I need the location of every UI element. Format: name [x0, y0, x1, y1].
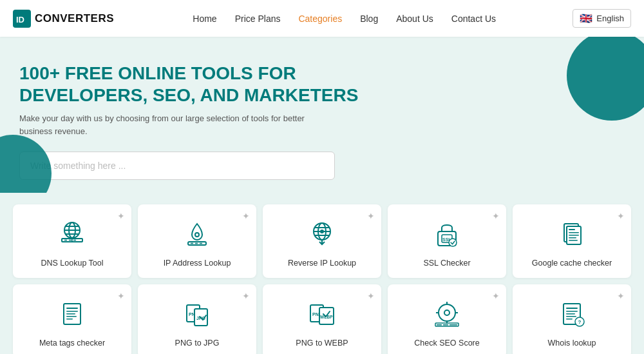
reverse-ip-icon	[304, 216, 340, 252]
svg-rect-66	[566, 311, 578, 312]
svg-rect-67	[566, 313, 575, 315]
svg-rect-43	[66, 313, 75, 315]
svg-point-54	[439, 304, 455, 321]
svg-rect-42	[66, 311, 78, 312]
seo-icon	[429, 296, 465, 332]
svg-rect-62	[443, 324, 448, 326]
tool-reverse-ip[interactable]: ✦ Reverse IP Lookup	[263, 204, 381, 278]
search-input[interactable]	[19, 152, 335, 180]
hero-title: 100+ FREE ONLINE TOOLS FOR DEVELOPERS, S…	[19, 63, 380, 106]
nav-blog[interactable]: Blog	[360, 14, 378, 24]
svg-rect-68	[566, 316, 576, 317]
pin-icon: ✦	[617, 211, 625, 221]
tool-label: Reverse IP Lookup	[288, 259, 356, 268]
pin-icon: ✦	[617, 291, 625, 301]
tool-label: SSL Checker	[423, 259, 470, 268]
tool-cache-checker[interactable]: ✦ Google cache checker	[513, 204, 631, 278]
nav-contact[interactable]: Contact Us	[451, 14, 496, 24]
png-webp-icon: PNG WEBP	[304, 296, 340, 332]
logo-text: CONVERTERS	[35, 12, 114, 25]
svg-rect-36	[569, 232, 579, 233]
tools-section: ✦ DNS Lookup Tool ✦	[0, 193, 644, 354]
pin-icon: ✦	[492, 291, 500, 301]
hero-decoration-top	[567, 37, 644, 121]
dns-icon	[54, 216, 90, 252]
header: ID CONVERTERS Home Price Plans Categorie…	[0, 0, 644, 37]
tool-png-to-jpg[interactable]: ✦ PNG JPG PNG to JPG	[138, 284, 256, 354]
ip-icon	[179, 216, 215, 252]
svg-rect-63	[450, 324, 457, 326]
svg-rect-45	[66, 319, 73, 320]
tool-meta-tags[interactable]: ✦ Meta tags checker	[13, 284, 131, 354]
svg-rect-61	[437, 324, 442, 326]
hero-decoration-bottom	[0, 135, 52, 193]
language-button[interactable]: 🇬🇧 English	[573, 9, 631, 28]
pin-icon: ✦	[492, 211, 500, 221]
tool-seo-score[interactable]: ✦ Check SEO Score	[388, 284, 506, 354]
tool-label: Meta tags checker	[39, 339, 105, 348]
tool-label: Whois lookup	[547, 339, 596, 348]
tool-png-to-webp[interactable]: ✦ PNG WEBP PNG to WEBP	[263, 284, 381, 354]
nav-about[interactable]: About Us	[396, 14, 433, 24]
tool-label: PNG to JPG	[175, 339, 220, 348]
nav-home[interactable]: Home	[193, 14, 216, 24]
ssl-icon: SSL	[429, 216, 465, 252]
svg-point-12	[195, 233, 199, 237]
tool-dns-lookup[interactable]: ✦ DNS Lookup Tool	[13, 204, 131, 278]
png-jpg-icon: PNG JPG	[179, 296, 215, 332]
svg-rect-37	[569, 235, 579, 236]
whois-icon: ?	[554, 296, 590, 332]
tool-label: PNG to WEBP	[296, 339, 348, 348]
pin-icon: ✦	[242, 291, 250, 301]
logo-icon: ID	[13, 10, 31, 28]
meta-icon	[54, 296, 90, 332]
pin-icon: ✦	[117, 211, 125, 221]
nav-categories[interactable]: Categories	[298, 14, 342, 24]
svg-point-22	[320, 230, 324, 233]
svg-rect-41	[66, 308, 78, 309]
tool-ip-lookup[interactable]: ✦ IP Address Lookup	[138, 204, 256, 278]
hero-section: 100+ FREE ONLINE TOOLS FOR DEVELOPERS, S…	[0, 37, 644, 193]
nav-price-plans[interactable]: Price Plans	[235, 14, 281, 24]
svg-rect-65	[566, 308, 578, 309]
tool-ssl-checker[interactable]: ✦ SSL SSL Checker	[388, 204, 506, 278]
tool-label: Google cache checker	[532, 259, 612, 268]
pin-icon: ✦	[117, 291, 125, 301]
tool-label: IP Address Lookup	[164, 259, 231, 268]
svg-rect-69	[566, 319, 573, 320]
tool-label: DNS Lookup Tool	[41, 259, 103, 268]
pin-icon: ✦	[242, 211, 250, 221]
svg-point-27	[449, 239, 457, 246]
pin-icon: ✦	[367, 291, 375, 301]
main-nav: Home Price Plans Categories Blog About U…	[116, 14, 573, 24]
svg-rect-39	[569, 240, 578, 241]
svg-point-55	[444, 310, 450, 315]
search-box	[19, 152, 335, 180]
pin-icon: ✦	[367, 211, 375, 221]
tools-grid: ✦ DNS Lookup Tool ✦	[13, 204, 631, 354]
svg-text:ID: ID	[16, 15, 24, 25]
svg-rect-44	[66, 316, 77, 317]
svg-rect-35	[569, 229, 575, 230]
flag-icon: 🇬🇧	[580, 12, 592, 25]
tool-whois-lookup[interactable]: ✦ ? Whois lookup	[513, 284, 631, 354]
tool-label: Check SEO Score	[414, 339, 479, 348]
hero-subtitle: Make your day with us by choosing from o…	[19, 112, 316, 137]
svg-rect-38	[569, 237, 576, 239]
logo[interactable]: ID CONVERTERS	[13, 10, 116, 28]
language-label: English	[596, 14, 624, 23]
cache-icon	[554, 216, 590, 252]
svg-text:?: ?	[578, 319, 582, 325]
